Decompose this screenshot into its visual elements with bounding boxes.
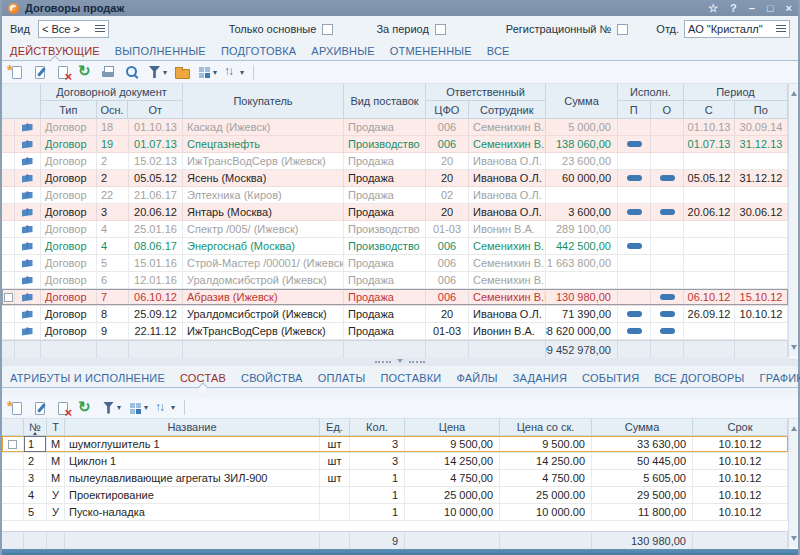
contract-row[interactable]: Договор706.10.12Абразив (Ижевск)Продажа0… (2, 289, 788, 306)
tab-detail-6[interactable]: ЗАДАНИЯ (513, 372, 567, 384)
close-icon[interactable]: × (786, 3, 792, 14)
tab-detail-3[interactable]: ОПЛАТЫ (318, 372, 366, 384)
contract-row[interactable]: Договор922.11.12ИжТрансВодСерв (Ижевск)П… (2, 323, 788, 340)
help-icon[interactable]: ? (730, 3, 737, 14)
contract-row[interactable]: Договор408.06.17Энергоснаб (Москва)Произ… (2, 238, 788, 255)
view-select[interactable]: < Все > (38, 20, 109, 38)
scroll-up-icon[interactable] (791, 423, 797, 431)
col-header-qty[interactable]: Кол. (350, 419, 405, 435)
print-button[interactable] (98, 63, 119, 81)
col-header-supply-kind[interactable]: Вид поставок (344, 84, 425, 118)
view-settings-button[interactable]: ▾ (125, 399, 150, 417)
maximize-icon[interactable]: □ (767, 3, 774, 14)
col-header-number[interactable]: Осн. (97, 101, 129, 118)
col-header-price-disc[interactable]: Цена со ск. (500, 419, 592, 435)
col-header-buyer[interactable]: Покупатель (183, 84, 343, 118)
col-group-selector[interactable] (2, 84, 40, 118)
col-header-t[interactable]: Т (47, 419, 65, 435)
edit-document-button[interactable] (29, 399, 50, 417)
col-header-p[interactable]: П (618, 101, 651, 118)
contract-row[interactable]: Договор515.01.16Строй-Мастер /00001/ (Иж… (2, 255, 788, 272)
sort-button[interactable]: ▾ (221, 63, 246, 81)
contract-row[interactable]: Договор320.06.12Янтарь (Москва)Продажа20… (2, 204, 788, 221)
contract-row[interactable]: Договор2221.06.17Элтехника (Киров)Продаж… (2, 187, 788, 204)
filter-button[interactable]: ▾ (144, 63, 169, 81)
col-header-term[interactable]: Срок (693, 419, 788, 435)
tab-detail-5[interactable]: ФАЙЛЫ (456, 372, 497, 384)
view-settings-button[interactable]: ▾ (194, 63, 219, 81)
period-checkbox[interactable] (435, 24, 446, 35)
col-header-type[interactable]: Тип (41, 101, 97, 118)
pane-splitter[interactable] (2, 358, 798, 366)
new-document-button[interactable] (6, 399, 27, 417)
tab-detail-7[interactable]: СОБЫТИЯ (582, 372, 639, 384)
refresh-button[interactable] (75, 63, 96, 81)
edit-document-button[interactable] (29, 63, 50, 81)
contract-row[interactable]: Договор205.05.12Ясень (Москва)Продажа20И… (2, 170, 788, 187)
contract-row[interactable]: Договор425.01.16Спектр /005/ (Ижевск)Про… (2, 221, 788, 238)
col-header-sum[interactable]: Сумма (546, 84, 617, 118)
choose-list-icon[interactable] (776, 25, 786, 33)
item-row[interactable]: 2МЦиклон 1шт314 250,0014 250.0050 445,00… (2, 453, 788, 470)
col-header-selector[interactable] (2, 419, 24, 435)
tab-detail-4[interactable]: ПОСТАВКИ (380, 372, 441, 384)
tab-detail-0[interactable]: АТРИБУТЫ И ИСПОЛНЕНИЕ (10, 372, 165, 384)
new-document-button[interactable] (6, 63, 27, 81)
col-header-date[interactable]: От (128, 101, 182, 118)
contract-date-cell: 01.10.13 (129, 119, 183, 135)
scroll-up-icon[interactable] (791, 88, 797, 96)
tab-state-2[interactable]: ПОДГОТОВКА (221, 45, 296, 57)
col-header-unit[interactable]: Ед. (320, 419, 350, 435)
col-header-cfo[interactable]: ЦФО (426, 101, 469, 118)
row-selector-cell (2, 487, 24, 503)
delete-document-button[interactable] (52, 399, 73, 417)
col-header-o[interactable]: О (651, 101, 684, 118)
contract-type-cell: Договор (41, 187, 97, 203)
minimize-icon[interactable]: – (749, 3, 755, 14)
folder-button[interactable] (171, 63, 192, 81)
search-button[interactable] (121, 63, 142, 81)
col-header-sum[interactable]: Сумма (592, 419, 693, 435)
contract-row[interactable]: Договор215.02.13ИжТрансВодСерв (Ижевск)П… (2, 153, 788, 170)
tab-state-4[interactable]: ОТМЕНЕННЫЕ (390, 45, 472, 57)
dept-select[interactable]: АО "Кристалл" (684, 20, 790, 38)
row-checkbox[interactable] (8, 440, 17, 449)
col-header-price[interactable]: Цена (405, 419, 500, 435)
sort-button[interactable]: ▾ (152, 399, 177, 417)
col-header-employee[interactable]: Сотрудник (469, 101, 545, 118)
item-row[interactable]: 4УПроектирование125 000,0025 000.0029 50… (2, 487, 788, 504)
tab-detail-9[interactable]: ГРАФИК ОПЛАТ (760, 372, 800, 384)
col-header-start[interactable]: С (684, 101, 735, 118)
reg-number-checkbox[interactable] (617, 24, 628, 35)
tab-detail-8[interactable]: ВСЕ ДОГОВОРЫ (654, 372, 744, 384)
col-header-name[interactable]: Название (65, 419, 320, 435)
plan-flag-cell (618, 170, 651, 186)
tab-detail-1[interactable]: СОСТАВ (180, 372, 226, 384)
filter-button[interactable]: ▾ (98, 399, 123, 417)
tab-state-5[interactable]: ВСЕ (487, 45, 510, 57)
tab-detail-2[interactable]: СВОЙСТВА (241, 372, 303, 384)
footer-cell (426, 341, 469, 358)
tab-state-1[interactable]: ВЫПОЛНЕННЫЕ (115, 45, 206, 57)
col-header-num[interactable]: № (24, 419, 47, 435)
favorites-star-icon[interactable]: ☆ (708, 3, 718, 14)
scroll-down-icon[interactable] (791, 345, 797, 353)
tab-state-3[interactable]: АРХИВНЫЕ (311, 45, 374, 57)
scroll-down-icon[interactable] (791, 536, 797, 544)
tab-state-0[interactable]: ДЕЙСТВУЮЩИЕ (10, 45, 100, 57)
item-row[interactable]: 1Мшумоглушитель 1шт39 500,009 500.0033 6… (2, 436, 788, 453)
contract-row[interactable]: Договор825.09.12Уралдомсибстрой (Ижевск)… (2, 306, 788, 323)
contract-row[interactable]: Договор1801.10.13Каскад (Ижевск)Продажа0… (2, 119, 788, 136)
contract-row[interactable]: Договор612.01.16Уралдомсибстрой (Ижевск)… (2, 272, 788, 289)
only-main-checkbox[interactable] (322, 24, 333, 35)
refresh-button[interactable] (75, 399, 96, 417)
item-row[interactable]: 5УПуско-наладка110 000,0010 000.0011 800… (2, 504, 788, 521)
item-row[interactable]: 3Мпылеулавливающие агрегаты ЗИЛ-900шт14 … (2, 470, 788, 487)
contract-row[interactable]: Договор1901.07.13СпецгазнефтьПроизводств… (2, 136, 788, 153)
col-header-end[interactable]: По (735, 101, 787, 118)
items-scrollbar[interactable] (788, 419, 798, 548)
footer-cell (651, 341, 684, 358)
choose-list-icon[interactable] (95, 25, 105, 33)
row-checkbox[interactable] (4, 293, 13, 302)
contracts-scrollbar[interactable] (788, 84, 798, 357)
